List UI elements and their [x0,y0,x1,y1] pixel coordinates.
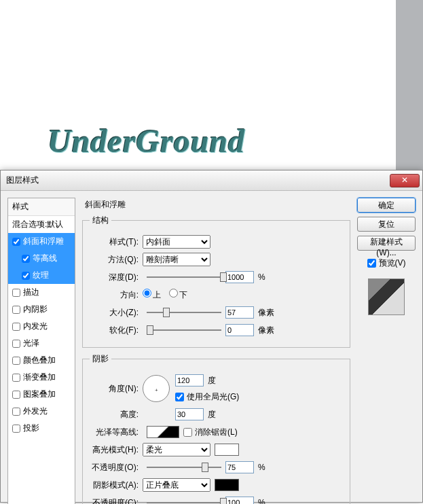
shading-legend: 阴影 [90,353,111,365]
style-label-1: 等高线 [33,253,57,264]
style-item-1[interactable]: 等高线 [8,250,75,267]
highlight-opacity-input[interactable] [225,461,254,473]
anti-alias-label: 消除锯齿(L) [195,427,238,438]
soften-label: 软化(F): [90,325,143,336]
angle-widget[interactable]: + [143,375,170,402]
style-checkbox-5[interactable] [12,323,20,331]
style-item-3[interactable]: 描边 [8,284,75,301]
new-style-button[interactable]: 新建样式(W)... [357,236,416,251]
structure-fieldset: 结构 样式(T): 内斜面 方法(Q): 雕刻清晰 深度(D): % 方向: [82,215,350,348]
style-item-7[interactable]: 颜色叠加 [8,352,75,369]
preview-label: 预览(V) [379,257,406,269]
direction-up-radio[interactable] [143,289,151,298]
highlight-color-swatch[interactable] [215,444,239,456]
style-item-9[interactable]: 图案叠加 [8,386,75,403]
depth-input[interactable] [225,271,254,283]
style-item-4[interactable]: 内阴影 [8,301,75,318]
direction-up[interactable]: 上 [143,289,161,301]
shadow-opacity-slider[interactable] [147,497,221,504]
style-label-2: 纹理 [33,270,49,281]
style-label-10: 外发光 [23,406,48,417]
direction-label: 方向: [90,289,143,301]
depth-unit: % [258,272,265,282]
soften-slider[interactable] [147,325,221,336]
style-checkbox-11[interactable] [12,425,20,433]
dialog-title: 图层样式 [6,175,39,186]
style-checkbox-7[interactable] [12,357,20,365]
highlight-mode-select[interactable]: 柔光 [143,443,210,456]
styles-list: 样式 混合选项:默认 斜面和浮雕等高线纹理描边内阴影内发光光泽颜色叠加渐变叠加图… [7,198,75,504]
altitude-label: 高度: [90,409,143,420]
main-group-title: 斜面和浮雕 [85,199,350,211]
soften-input[interactable] [225,324,254,336]
style-item-0[interactable]: 斜面和浮雕 [8,233,75,250]
global-light-label: 使用全局光(G) [187,391,239,403]
style-checkbox-6[interactable] [12,340,20,348]
depth-label: 深度(D): [90,272,143,283]
cancel-button[interactable]: 复位 [357,217,416,232]
highlight-opacity-slider[interactable] [147,462,221,473]
sample-text: UnderGround [48,122,245,160]
pct-1: % [258,463,265,472]
anti-alias-checkbox[interactable] [183,428,192,437]
angle-label: 角度(N): [90,383,143,395]
depth-slider[interactable] [147,272,221,283]
structure-legend: 结构 [90,215,111,226]
altitude-input[interactable] [175,408,204,420]
style-label-11: 投影 [23,422,39,434]
style-item-6[interactable]: 光泽 [8,335,75,352]
size-label: 大小(Z): [90,307,143,319]
style-checkbox-9[interactable] [12,391,20,399]
highlight-mode-label: 高光模式(H): [90,444,143,456]
gloss-contour-label: 光泽等高线: [90,427,143,438]
style-label-0: 斜面和浮雕 [23,236,64,247]
size-input[interactable] [225,306,254,319]
style-checkbox-3[interactable] [12,289,20,297]
shading-fieldset: 阴影 角度(N): + 度 使用全局光(G) [82,353,350,504]
style-checkbox-2[interactable] [22,272,30,280]
canvas-area: UnderGround [0,0,423,180]
global-light-checkbox[interactable] [175,393,184,401]
style-label-6: 光泽 [23,338,39,349]
style-item-5[interactable]: 内发光 [8,318,75,335]
shadow-mode-select[interactable]: 正片叠底 [143,478,210,492]
style-label-5: 内发光 [23,321,48,332]
styles-header: 样式 [8,198,75,216]
main-panel: 斜面和浮雕 结构 样式(T): 内斜面 方法(Q): 雕刻清晰 深度(D): % [82,198,350,504]
style-checkbox-10[interactable] [12,408,20,416]
style-label-8: 渐变叠加 [23,372,56,383]
style-label-4: 内阴影 [23,304,48,315]
style-item-11[interactable]: 投影 [8,420,75,437]
soften-unit: 像素 [258,325,274,336]
angle-input[interactable] [175,374,204,386]
direction-down[interactable]: 下 [169,289,187,301]
altitude-unit: 度 [208,409,216,420]
dialog-titlebar[interactable]: 图层样式 ✕ [1,170,422,191]
style-label-3: 描边 [23,287,39,298]
style-checkbox-0[interactable] [12,238,20,246]
ok-button[interactable]: 确定 [357,198,416,213]
size-slider[interactable] [147,307,221,318]
technique-label: 方法(Q): [90,254,143,266]
style-item-10[interactable]: 外发光 [8,403,75,420]
shadow-color-swatch[interactable] [215,479,239,491]
shadow-mode-label: 阴影模式(A): [90,480,143,491]
close-button[interactable]: ✕ [390,174,420,187]
style-item-2[interactable]: 纹理 [8,267,75,284]
layer-style-dialog: 图层样式 ✕ 样式 混合选项:默认 斜面和浮雕等高线纹理描边内阴影内发光光泽颜色… [0,170,423,503]
style-checkbox-1[interactable] [22,255,30,263]
style-item-8[interactable]: 渐变叠加 [8,369,75,386]
style-label: 样式(T): [90,236,143,248]
direction-down-radio[interactable] [169,289,178,298]
style-checkbox-4[interactable] [12,306,20,314]
shadow-opacity-label: 不透明度(C): [90,497,143,505]
preview-swatch [368,278,405,315]
style-checkbox-8[interactable] [12,374,20,382]
shadow-opacity-input[interactable] [225,497,254,504]
gloss-contour-picker[interactable] [147,426,179,438]
preview-checkbox[interactable] [367,259,376,268]
style-label-7: 颜色叠加 [23,355,56,366]
blend-options-item[interactable]: 混合选项:默认 [8,216,75,233]
technique-select[interactable]: 雕刻清晰 [143,253,210,266]
style-select[interactable]: 内斜面 [143,235,210,249]
